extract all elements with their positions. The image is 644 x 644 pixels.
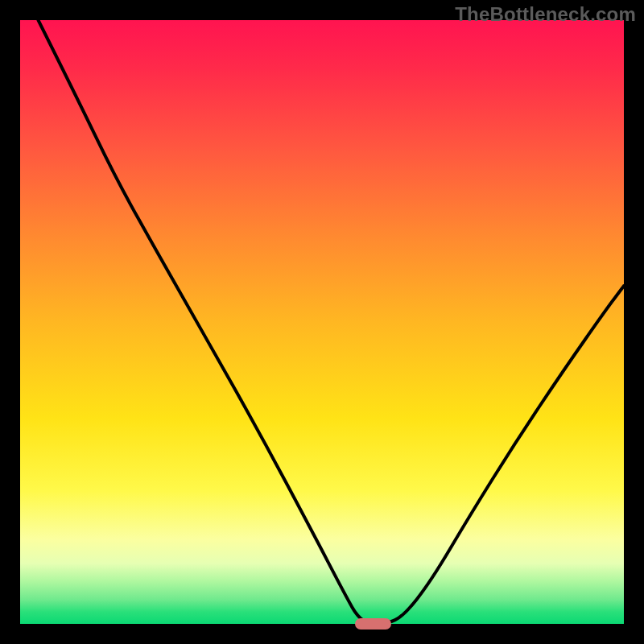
plot-area [20,20,624,624]
watermark-label: TheBottleneck.com [455,3,636,26]
bottleneck-curve [39,20,625,624]
optimum-marker [355,618,391,630]
curve-layer [20,20,624,624]
chart-root: TheBottleneck.com [0,0,644,644]
